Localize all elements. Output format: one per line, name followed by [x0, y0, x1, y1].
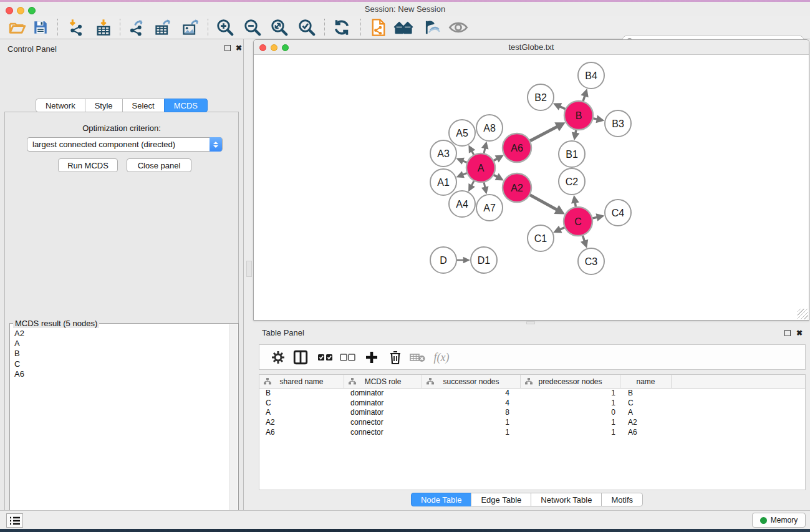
refresh-layout-button[interactable]: [331, 17, 352, 37]
delete-table-button[interactable]: [408, 347, 428, 367]
mcds-result-item[interactable]: B: [14, 349, 228, 359]
column-header-shared-name[interactable]: shared name: [259, 375, 344, 388]
graph-edge-C-C3[interactable]: [582, 235, 584, 241]
hide-graphics-details-button[interactable]: [420, 17, 441, 37]
import-table-button[interactable]: [93, 17, 114, 37]
table-cell[interactable]: dominator: [344, 399, 422, 409]
zoom-in-button[interactable]: [215, 17, 236, 37]
graph-edge-C-C4[interactable]: [592, 217, 597, 218]
import-table-icon: [94, 19, 113, 36]
table-cell[interactable]: A: [259, 408, 344, 418]
network-window-titlebar[interactable]: testGlobe.txt: [254, 40, 809, 55]
table-cell[interactable]: connector: [344, 418, 422, 428]
criterion-value: largest connected component (directed): [32, 140, 175, 149]
tab-style[interactable]: Style: [85, 99, 123, 112]
table-cell[interactable]: A: [620, 408, 672, 418]
graph-edge-A-A4[interactable]: [471, 180, 474, 185]
float-table-panel-icon[interactable]: [784, 330, 791, 336]
tab-network[interactable]: Network: [36, 99, 85, 112]
column-header-predecessor-nodes[interactable]: predecessor nodes: [521, 375, 620, 388]
table-cell[interactable]: C: [259, 399, 344, 409]
mcds-result-title: MCDS result (5 nodes): [13, 319, 99, 328]
graph-edge-B-B2[interactable]: [560, 107, 566, 110]
network-canvas[interactable]: B4B2BB3A8A5A6A3B1AC2A1A2A4A7C4CC1C3DD1: [254, 55, 809, 320]
table-row[interactable]: A6connector11A6: [259, 428, 805, 438]
graph-edge-A2-C[interactable]: [529, 195, 557, 210]
table-cell[interactable]: B: [259, 389, 344, 399]
run-mcds-button[interactable]: Run MCDS: [58, 158, 118, 172]
tab-select[interactable]: Select: [122, 99, 165, 112]
table-cell[interactable]: dominator: [344, 389, 422, 399]
criterion-select[interactable]: largest connected component (directed): [27, 137, 223, 152]
close-table-panel-icon[interactable]: ✖: [796, 330, 803, 337]
graph-edge-A-A8[interactable]: [484, 148, 485, 153]
table-row[interactable]: Adominator80A: [259, 408, 805, 418]
table-cell[interactable]: 0: [521, 408, 620, 418]
mcds-result-item[interactable]: A6: [14, 369, 228, 379]
show-columns-button[interactable]: [291, 347, 311, 367]
vertical-splitter-grip[interactable]: [246, 261, 252, 277]
graph-edge-A6-B[interactable]: [529, 127, 557, 141]
float-panel-icon[interactable]: [224, 45, 231, 51]
table-row[interactable]: Bdominator41B: [259, 389, 805, 399]
table-cell[interactable]: C: [620, 399, 672, 409]
new-network-file-button[interactable]: [368, 17, 389, 37]
table-cell[interactable]: 1: [521, 418, 620, 428]
mcds-result-item[interactable]: A2: [14, 329, 228, 339]
show-graphics-details-button[interactable]: [448, 17, 469, 37]
column-header-successor-nodes[interactable]: successor nodes: [422, 375, 521, 388]
table-cell[interactable]: 8: [422, 408, 521, 418]
home-button[interactable]: [393, 17, 414, 37]
zoom-out-button[interactable]: [242, 17, 263, 37]
window-resize-grip[interactable]: [798, 309, 808, 319]
tab-node-table[interactable]: Node Table: [411, 493, 472, 506]
close-panel-icon[interactable]: ✖: [236, 45, 242, 52]
export-table-button[interactable]: [152, 17, 173, 37]
unselect-all-button[interactable]: [338, 347, 358, 367]
graph-edge-B-B4[interactable]: [583, 95, 585, 102]
table-cell[interactable]: 4: [422, 389, 521, 399]
delete-column-button[interactable]: [385, 347, 405, 367]
table-row[interactable]: Cdominator41C: [259, 399, 805, 409]
table-cell[interactable]: 4: [422, 399, 521, 409]
table-row[interactable]: A2connector11A2: [259, 418, 805, 428]
add-column-button[interactable]: [362, 347, 382, 367]
table-cell[interactable]: A6: [620, 428, 672, 438]
import-network-button[interactable]: [65, 17, 86, 37]
network-graph[interactable]: B4B2BB3A8A5A6A3B1AC2A1A2A4A7C4CC1C3DD1: [254, 55, 809, 320]
table-cell[interactable]: 1: [521, 389, 620, 399]
select-all-button[interactable]: [316, 347, 335, 367]
result-scrollbar[interactable]: [229, 324, 238, 532]
table-cell[interactable]: A6: [259, 428, 344, 438]
zoom-fit-button[interactable]: [269, 17, 290, 37]
show-task-history-button[interactable]: [6, 513, 23, 528]
memory-button[interactable]: Memory: [752, 513, 806, 528]
table-cell[interactable]: A2: [259, 418, 344, 428]
table-cell[interactable]: B: [620, 389, 672, 399]
function-builder-button[interactable]: f(x): [432, 347, 451, 367]
zoom-selected-button[interactable]: [296, 17, 317, 37]
mcds-result-item[interactable]: A: [14, 339, 228, 349]
table-cell[interactable]: 1: [521, 428, 620, 438]
tab-mcds[interactable]: MCDS: [164, 99, 208, 112]
export-image-button[interactable]: [180, 17, 201, 37]
column-header-name[interactable]: name: [620, 375, 672, 388]
tab-motifs[interactable]: Motifs: [601, 493, 643, 506]
tab-network-table[interactable]: Network Table: [531, 493, 602, 506]
graph-edge-A-A7[interactable]: [484, 181, 485, 187]
tab-edge-table[interactable]: Edge Table: [471, 493, 531, 506]
table-cell[interactable]: A2: [620, 418, 672, 428]
open-session-button[interactable]: [7, 17, 28, 37]
column-header-MCDS-role[interactable]: MCDS role: [344, 375, 422, 388]
table-cell[interactable]: dominator: [344, 408, 422, 418]
table-settings-button[interactable]: [268, 347, 288, 367]
table-cell[interactable]: connector: [344, 428, 422, 438]
save-session-button[interactable]: [30, 17, 51, 37]
table-cell[interactable]: 1: [521, 399, 620, 409]
close-panel-button[interactable]: Close panel: [127, 158, 191, 172]
mcds-result-item[interactable]: C: [14, 359, 228, 369]
table-cell[interactable]: 1: [422, 418, 521, 428]
graph-edge-C-C1[interactable]: [560, 227, 565, 230]
table-cell[interactable]: 1: [422, 428, 521, 438]
export-network-button[interactable]: [126, 17, 147, 37]
